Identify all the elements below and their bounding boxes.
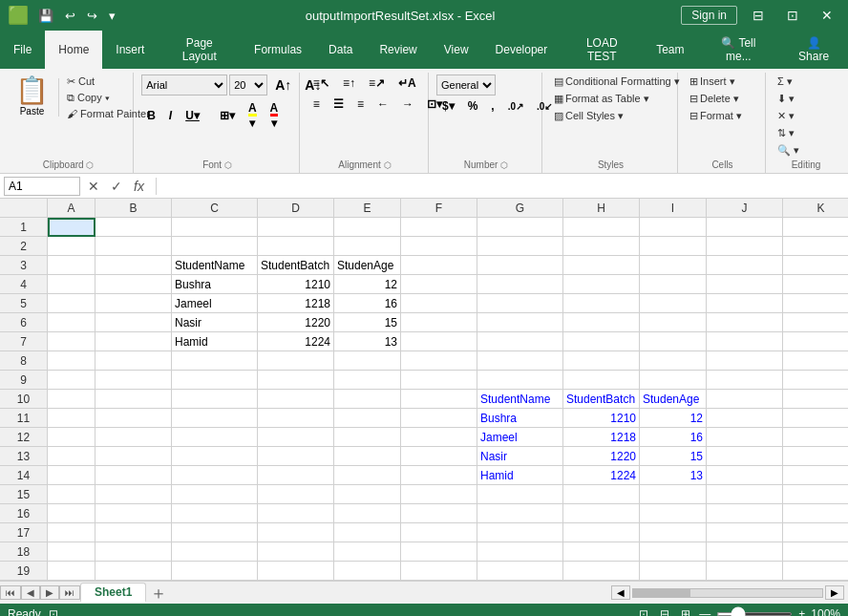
cell-a5[interactable] [48,294,95,313]
cell-e16[interactable] [334,504,401,523]
cell-a8[interactable] [48,351,95,371]
cell-e17[interactable] [334,523,401,542]
sign-in-button[interactable]: Sign in [681,6,737,25]
cell-h6[interactable] [563,313,640,332]
cell-h4[interactable] [563,275,640,294]
cell-i8[interactable] [640,351,707,371]
tab-view[interactable]: View [431,31,482,69]
cell-a11[interactable] [48,409,95,428]
cell-f19[interactable] [401,562,477,581]
cell-f4[interactable] [401,275,477,294]
cell-c9[interactable] [172,371,258,390]
cell-b17[interactable] [95,523,172,542]
row-header-15[interactable]: 15 [0,485,48,504]
cell-j1[interactable] [707,218,783,237]
cell-f11[interactable] [401,409,477,428]
cell-j4[interactable] [707,275,783,294]
hscroll-track[interactable] [632,588,823,598]
cell-i11[interactable]: 12 [640,409,707,428]
underline-button[interactable]: U▾ [180,107,205,124]
cell-h10[interactable]: StudentBatch [563,390,640,409]
cell-h9[interactable] [563,371,640,390]
fill-color-button[interactable]: A▾ [243,99,263,132]
cell-h13[interactable]: 1220 [563,447,640,466]
cell-h18[interactable] [563,542,640,562]
cell-f13[interactable] [401,447,477,466]
cell-c14[interactable] [172,466,258,485]
currency-button[interactable]: $▾ [436,97,460,115]
cell-j10[interactable] [707,390,783,409]
cell-a19[interactable] [48,562,95,581]
tab-data[interactable]: Data [315,31,366,69]
cell-e9[interactable] [334,371,401,390]
cell-a17[interactable] [48,523,95,542]
cell-f9[interactable] [401,371,477,390]
tab-formulas[interactable]: Formulas [241,31,315,69]
tab-file[interactable]: File [0,31,45,69]
paste-button[interactable]: 📋 Paste [10,74,54,120]
cell-c3[interactable]: StudentName [172,256,258,275]
cell-i17[interactable] [640,523,707,542]
cell-f7[interactable] [401,332,477,351]
cell-c18[interactable] [172,542,258,562]
sheet-tab-sheet1[interactable]: Sheet1 [80,583,146,603]
cell-j17[interactable] [707,523,783,542]
find-select-button[interactable]: 🔍 ▾ [774,143,803,158]
cell-d8[interactable] [258,351,334,371]
cell-h11[interactable]: 1210 [563,409,640,428]
cell-i9[interactable] [640,371,707,390]
col-header-c[interactable]: C [172,199,258,218]
indent-decrease-button[interactable]: ← [371,96,394,113]
cell-j2[interactable] [707,237,783,256]
cell-a9[interactable] [48,371,95,390]
cell-f12[interactable] [401,428,477,447]
cell-b6[interactable] [95,313,172,332]
page-break-view-button[interactable]: ⊞ [678,607,693,616]
cell-c17[interactable] [172,523,258,542]
cell-g1[interactable] [477,218,563,237]
cell-h19[interactable] [563,562,640,581]
cell-d7[interactable]: 1224 [258,332,334,351]
cell-g18[interactable] [477,542,563,562]
cell-k7[interactable] [783,332,848,351]
sheet-nav-last[interactable]: ⏭ [59,585,80,600]
cell-b15[interactable] [95,485,172,504]
cell-d15[interactable] [258,485,334,504]
cell-styles-button[interactable]: ▨ Cell Styles ▾ [550,109,627,123]
cell-i4[interactable] [640,275,707,294]
row-header-5[interactable]: 5 [0,294,48,313]
cell-e8[interactable] [334,351,401,371]
cell-c2[interactable] [172,237,258,256]
cell-g5[interactable] [477,294,563,313]
cell-b4[interactable] [95,275,172,294]
cell-c13[interactable] [172,447,258,466]
cell-a4[interactable] [48,275,95,294]
cell-k5[interactable] [783,294,848,313]
cell-c1[interactable] [172,218,258,237]
bold-button[interactable]: B [141,107,161,124]
col-header-j[interactable]: J [707,199,783,218]
cell-g8[interactable] [477,351,563,371]
tab-team[interactable]: Team [643,31,697,69]
col-header-h[interactable]: H [563,199,640,218]
cell-e6[interactable]: 15 [334,313,401,332]
cell-h3[interactable] [563,256,640,275]
cell-g17[interactable] [477,523,563,542]
cell-c10[interactable] [172,390,258,409]
cell-b2[interactable] [95,237,172,256]
clear-button[interactable]: ✕ ▾ [774,109,798,123]
cell-j19[interactable] [707,562,783,581]
cell-i12[interactable]: 16 [640,428,707,447]
cell-d2[interactable] [258,237,334,256]
cell-j14[interactable] [707,466,783,485]
cell-f8[interactable] [401,351,477,371]
cell-d10[interactable] [258,390,334,409]
row-header-1[interactable]: 1 [0,218,48,237]
cell-f15[interactable] [401,485,477,504]
row-header-8[interactable]: 8 [0,351,48,371]
cell-f14[interactable] [401,466,477,485]
wrap-text-button[interactable]: ↵A [392,74,422,92]
cell-k19[interactable] [783,562,848,581]
cell-f2[interactable] [401,237,477,256]
cell-b11[interactable] [95,409,172,428]
